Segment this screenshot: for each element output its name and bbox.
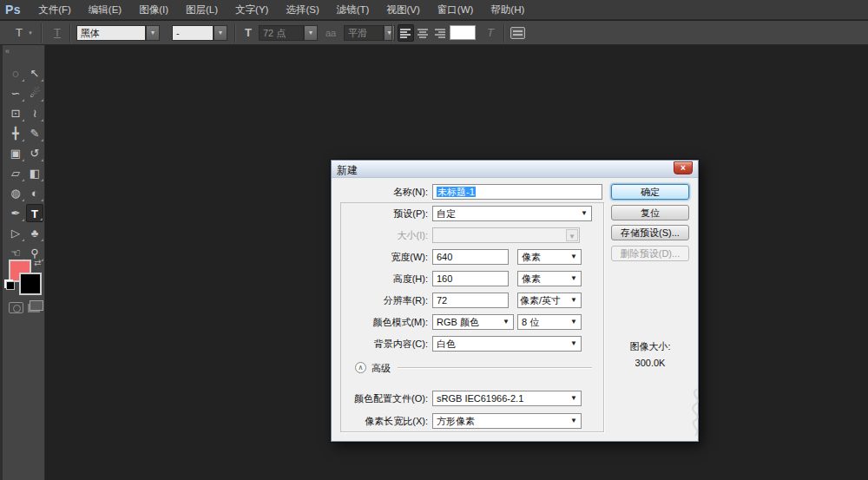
- name-selected-text: 未标题-1: [437, 187, 476, 197]
- menu-edit[interactable]: 编辑(E): [80, 0, 130, 20]
- text-color-swatch[interactable]: [450, 25, 476, 40]
- tool-dodge[interactable]: ◐: [26, 184, 43, 202]
- menu-file[interactable]: 文件(F): [30, 0, 80, 20]
- tool-eyedropper[interactable]: ≀: [26, 104, 43, 122]
- tool-gradient[interactable]: ◧: [26, 164, 43, 182]
- anti-alias-arrow-icon[interactable]: ▾: [384, 25, 395, 41]
- background-contents-select[interactable]: 白色 ▼: [432, 336, 582, 352]
- align-center-button[interactable]: [415, 24, 431, 42]
- align-right-icon: [435, 29, 446, 38]
- tool-history-brush[interactable]: ↺: [26, 144, 43, 162]
- watermark-squiggle: [685, 385, 706, 439]
- close-icon[interactable]: ×: [674, 161, 693, 174]
- tool-custom-shape[interactable]: ♣: [26, 224, 43, 242]
- text-orientation-icon[interactable]: T: [49, 25, 66, 41]
- tool-eraser[interactable]: ▱: [7, 164, 24, 182]
- tool-magic-wand[interactable]: ☄: [26, 84, 43, 102]
- dropdown-arrow-icon: ▼: [570, 272, 577, 286]
- separator: [391, 23, 392, 43]
- pixel-aspect-select[interactable]: 方形像素 ▼: [432, 413, 582, 429]
- width-input[interactable]: 640: [432, 249, 509, 265]
- menu-image[interactable]: 图像(I): [130, 0, 177, 20]
- background-color-swatch[interactable]: [19, 273, 42, 295]
- screen-mode-icon[interactable]: [30, 300, 43, 311]
- menu-help[interactable]: 帮助(H): [482, 0, 533, 20]
- pixel-aspect-label: 像素长宽比(X):: [365, 413, 428, 429]
- anti-alias-icon: aa: [323, 25, 339, 41]
- menu-select[interactable]: 选择(S): [277, 0, 327, 20]
- divider: [398, 367, 592, 368]
- tool-pen[interactable]: ✒: [7, 204, 24, 222]
- tool-type[interactable]: T: [26, 204, 43, 222]
- color-mode-label: 颜色模式(M):: [372, 314, 428, 330]
- menu-type[interactable]: 文字(Y): [227, 0, 277, 20]
- anti-alias-select[interactable]: 平滑: [344, 25, 384, 41]
- preset-value: 自定: [437, 208, 456, 219]
- quick-mask-icon[interactable]: [9, 302, 23, 313]
- tool-blur[interactable]: ◍: [7, 184, 24, 202]
- app-logo: Ps: [0, 3, 30, 16]
- advanced-label[interactable]: 高级: [372, 360, 391, 376]
- resolution-input[interactable]: 72: [432, 293, 509, 308]
- color-profile-value: sRGB IEC61966-2.1: [437, 393, 523, 404]
- tool-lasso[interactable]: ∽: [7, 84, 24, 102]
- resolution-unit-select[interactable]: 像素/英寸 ▼: [517, 293, 582, 308]
- menu-filter[interactable]: 滤镜(T): [328, 0, 378, 20]
- dropdown-arrow-icon: ▼: [570, 293, 577, 307]
- menu-window[interactable]: 窗口(W): [429, 0, 483, 20]
- height-input[interactable]: 160: [432, 271, 509, 286]
- size-label: 大小(I):: [398, 227, 428, 243]
- font-style-select[interactable]: -: [172, 25, 214, 41]
- tool-healing-brush[interactable]: ╋: [7, 124, 24, 142]
- tool-marquee[interactable]: ◌: [7, 64, 24, 82]
- font-style-arrow-icon[interactable]: ▾: [214, 25, 227, 41]
- font-size-arrow-icon[interactable]: ▾: [304, 25, 318, 41]
- color-mode-value: RGB 颜色: [437, 317, 479, 327]
- dialog-title-bar[interactable]: 新建: [332, 161, 698, 178]
- width-unit-value: 像素: [522, 252, 541, 262]
- background-contents-label: 背景内容(C):: [374, 336, 428, 352]
- align-left-button[interactable]: [398, 24, 414, 42]
- collapse-panel-icon[interactable]: «: [5, 47, 10, 56]
- font-size-select[interactable]: 72 点: [259, 25, 304, 41]
- color-profile-select[interactable]: sRGB IEC61966-2.1 ▼: [432, 391, 582, 406]
- new-document-dialog: 新建 × 名称(N): 未标题-1 预设(P): 自定 ▼ 大小(I): ▼ 宽…: [331, 160, 699, 442]
- tool-move[interactable]: ↖: [26, 64, 43, 82]
- tool-brush[interactable]: ✎: [26, 124, 43, 142]
- warp-text-icon[interactable]: T: [483, 25, 498, 41]
- tool-clone-stamp[interactable]: ▣: [7, 144, 24, 162]
- options-bar: T ▾ T 黑体 ▾ - ▾ T 72 点 ▾ aa 平滑 ▾: [0, 21, 868, 45]
- bit-depth-select[interactable]: 8 位 ▼: [517, 314, 582, 330]
- dropdown-arrow-icon: ▼: [570, 391, 577, 405]
- menu-view[interactable]: 视图(V): [378, 0, 428, 20]
- default-colors-icon[interactable]: [6, 281, 15, 290]
- align-right-button[interactable]: [432, 24, 449, 42]
- photoshop-window: Ps 文件(F) 编辑(E) 图像(I) 图层(L) 文字(Y) 选择(S) 滤…: [0, 0, 868, 480]
- name-input[interactable]: 未标题-1: [432, 184, 602, 200]
- height-unit-select[interactable]: 像素 ▼: [517, 271, 582, 286]
- tool-preset-arrow-icon[interactable]: ▾: [26, 25, 35, 41]
- font-family-arrow-icon[interactable]: ▾: [146, 25, 160, 41]
- toggle-panels-icon[interactable]: [510, 27, 525, 43]
- save-preset-button[interactable]: 存储预设(S)...: [611, 225, 689, 240]
- dropdown-arrow-icon: ▼: [566, 229, 578, 241]
- resolution-unit-value: 像素/英寸: [520, 295, 561, 306]
- pixel-aspect-value: 方形像素: [437, 416, 475, 426]
- tool-crop[interactable]: ⊡: [7, 104, 24, 122]
- ok-button[interactable]: 确定: [611, 184, 689, 200]
- preset-select[interactable]: 自定 ▼: [432, 206, 592, 221]
- background-contents-value: 白色: [437, 339, 456, 349]
- height-label: 高度(H):: [393, 271, 428, 286]
- color-mode-select[interactable]: RGB 颜色 ▼: [432, 314, 514, 330]
- advanced-collapse-icon[interactable]: ∧: [355, 362, 366, 373]
- tool-path-selection[interactable]: ▷: [7, 224, 24, 242]
- separator: [234, 23, 235, 43]
- resolution-label: 分辨率(R):: [384, 293, 428, 308]
- swap-colors-icon[interactable]: ⇄: [34, 258, 41, 267]
- width-unit-select[interactable]: 像素 ▼: [517, 249, 582, 265]
- menu-layer[interactable]: 图层(L): [177, 0, 227, 20]
- tool-preset-icon[interactable]: T: [12, 25, 26, 41]
- delete-preset-button: 删除预设(D)...: [611, 246, 689, 261]
- reset-button[interactable]: 复位: [611, 205, 689, 220]
- font-family-select[interactable]: 黑体: [76, 25, 146, 41]
